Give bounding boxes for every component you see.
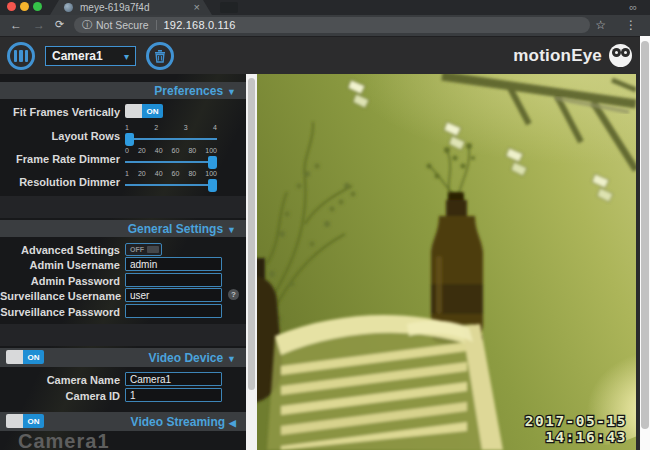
app-header: Camera1 ▾ motionEye <box>0 36 650 74</box>
tab-close-icon[interactable]: × <box>194 1 200 13</box>
slider-thumb[interactable] <box>125 133 134 146</box>
section-header-preferences[interactable]: Preferences▼ <box>0 82 246 99</box>
panel-scrollbar-thumb[interactable] <box>248 78 255 390</box>
motioneye-logo-text: motionEye <box>513 46 602 66</box>
motioneye-owl-icon <box>609 44 632 67</box>
omnibox-divider <box>156 20 157 30</box>
address-bar[interactable]: ⓘ Not Secure 192.168.0.116 <box>74 17 590 33</box>
camera-select-dropdown[interactable]: Camera1 ▾ <box>45 46 136 66</box>
section-header-general-settings[interactable]: General Settings▼ <box>0 220 246 237</box>
row-camera-name: Camera Name <box>0 372 246 388</box>
camera-feed-image: 2017-05-15 14:16:43 <box>257 74 636 450</box>
row-surveillance-password: Surveillance Password <box>0 304 246 320</box>
chevron-down-icon: ▼ <box>227 225 236 235</box>
chevron-down-icon: ▼ <box>227 354 236 364</box>
not-secure-label: Not Secure <box>96 19 149 31</box>
video-device-toggle[interactable]: ON <box>6 350 44 364</box>
frame-rate-dimmer-slider[interactable]: 020406080100 <box>125 147 217 170</box>
section-header-video-streaming[interactable]: ON Video Streaming◀ <box>0 412 246 431</box>
remove-camera-button[interactable] <box>146 42 174 70</box>
tab-title: meye-619a7f4d <box>80 2 150 13</box>
camera-frame-title: Camera1 <box>18 430 110 450</box>
video-timestamp-time: 14:16:43 <box>545 429 627 445</box>
window-scrollbar-thumb[interactable] <box>641 41 649 429</box>
trash-icon <box>154 49 166 63</box>
section-gap <box>0 196 246 218</box>
chevron-down-icon: ▼ <box>227 87 236 97</box>
camera-name-input[interactable] <box>125 372 222 386</box>
tab-bar: meye-619a7f4d × ∞ <box>0 0 650 15</box>
window-scrollbar[interactable] <box>640 36 650 450</box>
bookmark-star-icon[interactable]: ☆ <box>595 18 606 32</box>
tab-favicon-icon <box>64 3 73 12</box>
video-streaming-toggle[interactable]: ON <box>6 414 44 428</box>
chevron-down-icon: ▾ <box>124 51 129 62</box>
reload-icon[interactable]: ⟳ <box>55 18 64 31</box>
slider-thumb[interactable] <box>208 179 217 192</box>
video-timestamp-date: 2017-05-15 <box>525 413 627 429</box>
back-icon[interactable]: ← <box>10 18 22 32</box>
section-gap <box>0 324 246 346</box>
slider-thumb[interactable] <box>208 156 217 169</box>
camera-select-value: Camera1 <box>52 49 124 63</box>
panel-scrollbar[interactable] <box>246 74 257 450</box>
toggle-knob <box>6 350 23 364</box>
advanced-settings-toggle[interactable]: OFF <box>125 243 162 256</box>
panel-bars-icon <box>14 50 29 62</box>
row-surveillance-username: Surveillance Username ? <box>0 288 246 304</box>
resolution-dimmer-slider[interactable]: 120406080100 <box>125 170 217 193</box>
new-tab-button[interactable] <box>220 2 238 13</box>
row-fit-frames-vertically: Fit Frames Vertically ON <box>0 104 246 120</box>
settings-panel-toggle-button[interactable] <box>7 42 35 70</box>
row-resolution-dimmer: Resolution Dimmer 120406080100 <box>0 174 246 190</box>
browser-window: meye-619a7f4d × ∞ ← → ⟳ ⓘ Not Secure 192… <box>0 0 650 450</box>
info-icon[interactable]: ⓘ <box>82 18 92 32</box>
row-admin-password: Admin Password <box>0 273 246 289</box>
surveillance-password-input[interactable] <box>125 304 222 318</box>
toggle-knob <box>6 414 23 428</box>
fit-frames-vertically-toggle[interactable]: ON <box>125 104 163 118</box>
section-header-video-device[interactable]: ON Video Device▼ <box>0 348 246 367</box>
surveillance-username-input[interactable] <box>125 288 222 302</box>
row-camera-id: Camera ID <box>0 388 246 404</box>
motioneye-logo: motionEye <box>513 44 632 67</box>
browser-tab[interactable]: meye-619a7f4d × <box>50 0 212 15</box>
browser-toolbar: ← → ⟳ ⓘ Not Secure 192.168.0.116 ☆ ⋮ <box>0 15 650 36</box>
help-icon[interactable]: ? <box>228 289 239 300</box>
close-window-button[interactable] <box>7 2 16 11</box>
layout-rows-slider[interactable]: 1234 <box>125 124 217 147</box>
url-text[interactable]: 192.168.0.116 <box>164 19 236 31</box>
maximize-window-button[interactable] <box>33 2 42 11</box>
row-frame-rate-dimmer: Frame Rate Dimmer 020406080100 <box>0 151 246 167</box>
toggle-knob <box>147 246 159 253</box>
admin-username-input[interactable] <box>125 257 222 271</box>
camera-id-input[interactable] <box>125 388 222 402</box>
minimize-window-button[interactable] <box>20 2 29 11</box>
settings-panel: Preferences▼ Fit Frames Vertically ON La… <box>0 74 246 450</box>
row-advanced-settings: Advanced Settings OFF <box>0 242 246 258</box>
forward-icon: → <box>33 18 45 32</box>
browser-menu-icon[interactable]: ⋮ <box>625 18 637 32</box>
camera-video-frame[interactable]: 2017-05-15 14:16:43 <box>257 74 636 450</box>
row-layout-rows: Layout Rows 1234 <box>0 128 246 144</box>
toggle-knob <box>125 104 142 118</box>
tab-overview-icon[interactable]: ∞ <box>629 1 636 13</box>
chevron-left-icon: ◀ <box>229 418 236 428</box>
row-admin-username: Admin Username <box>0 257 246 273</box>
admin-password-input[interactable] <box>125 273 222 287</box>
